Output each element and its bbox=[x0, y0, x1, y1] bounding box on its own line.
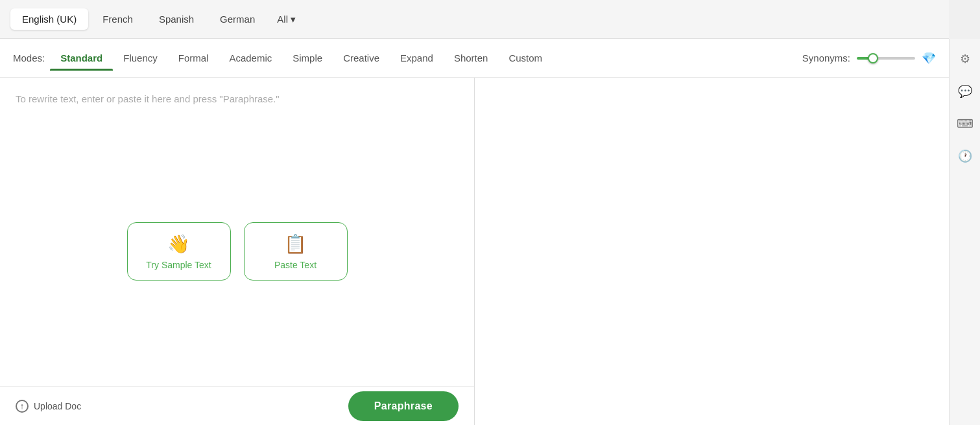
mode-btn-shorten[interactable]: Shorten bbox=[444, 46, 499, 70]
mode-btn-simple[interactable]: Simple bbox=[282, 46, 333, 70]
paste-text-card[interactable]: 📋 Paste Text bbox=[244, 222, 348, 281]
bottom-bar: ↑ Upload Doc Paraphrase bbox=[0, 386, 474, 425]
lang-tab-spanish[interactable]: Spanish bbox=[147, 8, 206, 30]
chevron-down-icon: ▾ bbox=[291, 14, 296, 25]
language-tabs-bar: English (UK) French Spanish German All ▾ bbox=[0, 0, 949, 39]
lang-tab-english-uk[interactable]: English (UK) bbox=[10, 8, 88, 30]
slider-thumb bbox=[868, 53, 878, 63]
mode-btn-standard[interactable]: Standard bbox=[50, 46, 113, 70]
right-sidebar: ⚙ 💬 ⌨ 🕐 bbox=[949, 39, 980, 425]
action-buttons: 👋 Try Sample Text 📋 Paste Text bbox=[127, 196, 348, 306]
synonyms-label: Synonyms: bbox=[802, 52, 850, 63]
synonyms-section: Synonyms: 💎 bbox=[802, 51, 936, 65]
upload-doc-button[interactable]: ↑ Upload Doc bbox=[16, 400, 81, 413]
lang-tab-german[interactable]: German bbox=[208, 8, 267, 30]
lang-tab-french[interactable]: French bbox=[91, 8, 145, 30]
chat-icon[interactable]: 💬 bbox=[955, 82, 975, 101]
upload-icon: ↑ bbox=[16, 400, 29, 413]
left-panel: To rewrite text, enter or paste it here … bbox=[0, 78, 475, 425]
mode-btn-academic[interactable]: Academic bbox=[219, 46, 282, 70]
upload-doc-label: Upload Doc bbox=[34, 401, 81, 411]
paste-text-label: Paste Text bbox=[274, 260, 317, 270]
synonyms-slider[interactable] bbox=[857, 57, 915, 60]
app-wrapper: English (UK) French Spanish German All ▾… bbox=[0, 0, 980, 425]
mode-btn-creative[interactable]: Creative bbox=[333, 46, 390, 70]
synonyms-slider-wrapper bbox=[857, 57, 915, 60]
right-panel bbox=[475, 78, 949, 425]
all-languages-dropdown[interactable]: All ▾ bbox=[269, 10, 304, 29]
mode-btn-custom[interactable]: Custom bbox=[498, 46, 553, 70]
history-icon[interactable]: 🕐 bbox=[955, 146, 975, 166]
mode-btn-formal[interactable]: Formal bbox=[168, 46, 219, 70]
try-sample-card[interactable]: 👋 Try Sample Text bbox=[127, 222, 231, 281]
paraphrase-button[interactable]: Paraphrase bbox=[348, 391, 459, 421]
mode-btn-fluency[interactable]: Fluency bbox=[113, 46, 168, 70]
try-sample-label: Try Sample Text bbox=[146, 260, 211, 270]
settings-icon[interactable]: ⚙ bbox=[955, 49, 975, 69]
mode-btn-expand[interactable]: Expand bbox=[390, 46, 444, 70]
modes-bar: Modes: Standard Fluency Formal Academic … bbox=[0, 39, 949, 78]
main-content: To rewrite text, enter or paste it here … bbox=[0, 78, 949, 425]
all-dropdown-label: All bbox=[277, 14, 288, 25]
diamond-icon: 💎 bbox=[922, 51, 936, 65]
content-area: English (UK) French Spanish German All ▾… bbox=[0, 0, 949, 425]
waving-hand-icon: 👋 bbox=[167, 233, 190, 255]
clipboard-icon: 📋 bbox=[284, 233, 307, 255]
modes-label: Modes: bbox=[13, 52, 45, 63]
keyboard-icon[interactable]: ⌨ bbox=[955, 114, 975, 133]
